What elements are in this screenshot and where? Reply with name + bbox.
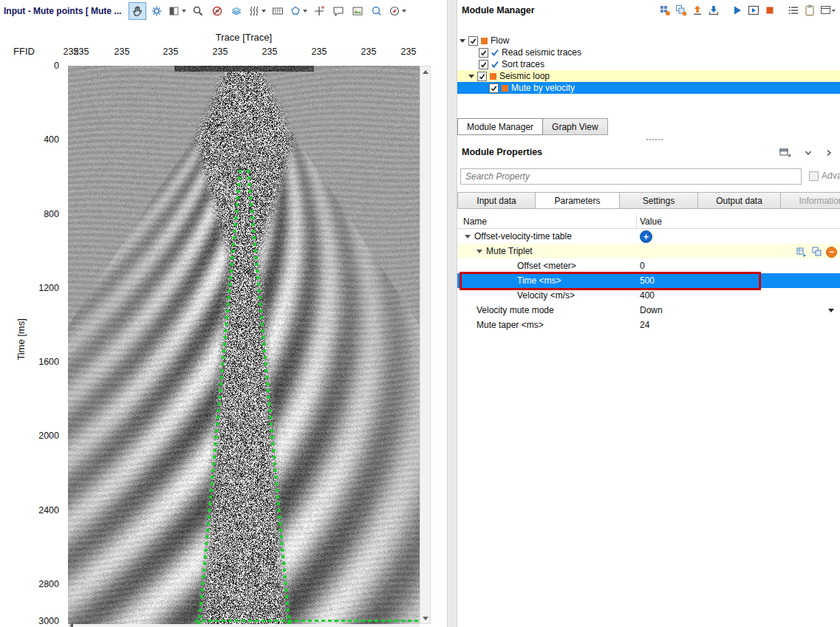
panel-splitter[interactable] — [447, 0, 457, 627]
viewer-toolbar: Input - Mute points [ Mute ... — [0, 0, 447, 22]
module-properties-title: Module Properties — [462, 147, 542, 157]
upload-flow-icon[interactable] — [691, 4, 704, 17]
window-layout-icon[interactable] — [819, 4, 837, 17]
tab-label: Settings — [643, 196, 675, 206]
module-manager-title: Module Manager — [462, 5, 535, 16]
corner-label-ffid: FFID — [13, 46, 35, 57]
mute-picks-icon[interactable] — [208, 2, 226, 20]
add-entry-button[interactable]: + — [640, 230, 652, 243]
property-row-velocity[interactable]: Velocity <m/s> 400 — [457, 288, 840, 303]
zoom-icon[interactable] — [189, 2, 207, 20]
y-tick: 2800 — [6, 578, 59, 590]
y-tick: 2400 — [6, 504, 59, 516]
tree-item-mute-by-velocity[interactable]: Mute by velocity — [457, 82, 840, 94]
scroll-left-icon[interactable] — [69, 623, 73, 627]
remove-triplet-button[interactable]: − — [826, 247, 837, 258]
x-tick: 235 — [361, 47, 377, 57]
tab-parameters[interactable]: Parameters — [536, 192, 620, 209]
property-row-offset-velocity-time-table[interactable]: Offset-velocity-time table + — [457, 229, 840, 244]
property-row-mute-taper[interactable]: Mute taper <ms> 24 — [457, 318, 840, 332]
crosshair-pick-icon[interactable] — [310, 2, 328, 20]
display-mode-icon[interactable] — [167, 2, 188, 20]
y-axis-title: Time [ms] — [16, 310, 27, 369]
flow-tree: Flow Read seismic traces Sort traces Sei… — [457, 35, 840, 94]
tree-item-seismic-loop[interactable]: Seismic loop — [457, 70, 840, 82]
layers-icon[interactable] — [228, 2, 245, 20]
header-table-icon[interactable] — [269, 2, 287, 20]
y-tick: 1600 — [6, 356, 59, 368]
property-row-mute-triplet[interactable]: Mute Triplet − — [457, 244, 840, 258]
pan-hand-icon[interactable] — [129, 2, 146, 20]
tree-item-label: Seismic loop — [499, 71, 550, 81]
x-tick: 235 — [163, 47, 179, 57]
x-tick: 235 — [115, 47, 130, 57]
expander-icon[interactable] — [460, 39, 465, 43]
insert-flow-icon[interactable] — [707, 4, 720, 17]
insert-triplet-icon[interactable] — [795, 245, 808, 258]
settings-gear-icon[interactable] — [148, 2, 165, 20]
tab-settings[interactable]: Settings — [620, 192, 698, 209]
polygon-select-icon[interactable] — [288, 2, 309, 20]
module-manager-tabbar: Module Manager Graph View — [457, 118, 608, 135]
property-value[interactable]: 400 — [640, 290, 655, 301]
property-name: Mute Triplet — [486, 246, 533, 256]
checkbox[interactable] — [468, 36, 478, 46]
y-tick: 3000 — [6, 615, 59, 627]
checkbox[interactable] — [477, 72, 487, 81]
clipboard-icon[interactable] — [803, 4, 816, 17]
module-properties-toolbar — [776, 146, 836, 160]
new-module-icon[interactable] — [658, 4, 672, 17]
save-view-icon[interactable] — [776, 146, 794, 160]
expander-icon[interactable] — [468, 75, 474, 78]
y-tick: 400 — [6, 134, 59, 145]
splitter-grip[interactable] — [646, 139, 663, 140]
checkbox[interactable] — [479, 60, 488, 69]
stop-icon[interactable] — [763, 4, 776, 17]
expander-icon[interactable] — [477, 250, 482, 253]
column-header-name[interactable]: Name — [457, 214, 637, 228]
chevron-right-icon[interactable] — [822, 146, 836, 160]
copy-module-icon[interactable] — [675, 4, 688, 17]
run-flow-icon[interactable] — [747, 4, 760, 17]
log-list-icon[interactable] — [787, 4, 800, 17]
scroll-down-icon[interactable] — [420, 613, 430, 623]
search-property-input[interactable] — [460, 168, 802, 185]
property-row-time[interactable]: Time <ms> 500 — [457, 273, 840, 288]
horizontal-scrollbar[interactable] — [68, 624, 420, 627]
wiggle-display-icon[interactable] — [247, 2, 267, 20]
tab-output-data[interactable]: Output data — [698, 192, 781, 209]
property-value[interactable]: 500 — [640, 275, 655, 286]
tab-information[interactable]: Information — [781, 192, 840, 209]
seismic-image[interactable] — [68, 66, 420, 624]
tree-item-sort-traces[interactable]: Sort traces — [457, 58, 840, 70]
property-name: Velocity <m/s> — [517, 290, 575, 301]
property-value[interactable]: Down — [640, 305, 663, 315]
duplicate-triplet-icon[interactable] — [810, 245, 824, 258]
properties-tabbar: Input data Parameters Settings Output da… — [457, 192, 840, 209]
column-header-value[interactable]: Value — [637, 214, 840, 228]
tab-input-data[interactable]: Input data — [457, 192, 536, 209]
property-value[interactable]: 0 — [640, 261, 645, 271]
tree-item-read-seismic-traces[interactable]: Read seismic traces — [457, 47, 840, 58]
comment-icon[interactable] — [329, 2, 347, 20]
property-value[interactable]: 24 — [640, 320, 649, 330]
export-image-icon[interactable] — [349, 2, 366, 20]
scroll-up-icon[interactable] — [420, 66, 430, 77]
tab-module-manager[interactable]: Module Manager — [457, 118, 543, 135]
zoom-search-icon[interactable] — [368, 2, 386, 20]
property-row-offset[interactable]: Offset <meter> 0 — [457, 258, 840, 273]
dropdown-caret-icon[interactable] — [828, 309, 834, 312]
advanced-toggle[interactable]: Advanced — [809, 171, 840, 181]
tab-graph-view[interactable]: Graph View — [543, 118, 607, 135]
vertical-scrollbar[interactable] — [420, 66, 431, 624]
checkbox[interactable] — [809, 171, 819, 181]
run-icon[interactable] — [731, 4, 744, 17]
property-row-velocity-mute-mode[interactable]: Velocity mute mode Down — [457, 303, 840, 318]
checkbox[interactable] — [489, 83, 499, 93]
checkbox[interactable] — [479, 48, 488, 58]
x-tick: 235 — [401, 47, 417, 57]
navigation-compass-icon[interactable] — [387, 2, 408, 20]
expander-icon[interactable] — [465, 235, 471, 239]
chevron-down-icon[interactable] — [802, 146, 815, 160]
tree-item-flow[interactable]: Flow — [457, 35, 840, 47]
